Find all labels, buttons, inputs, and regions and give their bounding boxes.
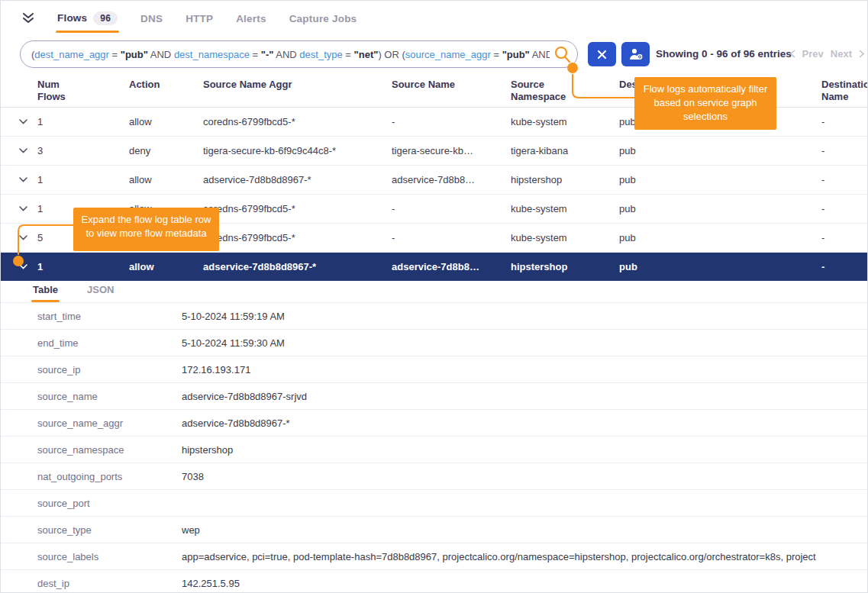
detail-table: start_time5-10-2024 11:59:19 AM end_time… bbox=[1, 303, 868, 593]
chevron-right-icon[interactable] bbox=[859, 50, 864, 58]
detail-value: hipstershop bbox=[182, 444, 868, 456]
cell-source-name: - bbox=[392, 116, 511, 127]
table-row[interactable]: 3 deny tigera-secure-kb-6f9c9c44c8-* tig… bbox=[1, 137, 868, 166]
flow-logs-panel: Flows 96 DNS HTTP Alerts Capture Jobs (d… bbox=[0, 0, 868, 593]
search-icon[interactable] bbox=[553, 45, 573, 65]
detail-row: source_labelsapp=adservice, pci=true, po… bbox=[1, 543, 868, 570]
col-source-name: Source Name bbox=[392, 79, 511, 91]
tab-alerts[interactable]: Alerts bbox=[234, 3, 267, 33]
callout-filter-tooltip: Flow logs automatically filter based on … bbox=[634, 77, 776, 130]
detail-key: source_namespace bbox=[37, 444, 182, 456]
tab-capture-jobs[interactable]: Capture Jobs bbox=[288, 3, 359, 33]
cell-action: deny bbox=[129, 145, 203, 156]
row-expand-chevron-icon[interactable] bbox=[1, 119, 37, 124]
results-count: Showing 0 - 96 of 96 entries bbox=[656, 48, 792, 60]
cell-action: allow bbox=[129, 174, 203, 185]
callout-expand-tooltip: Expand the flow log table row to view mo… bbox=[73, 208, 219, 251]
filter-query-text: (dest_name_aggr = "pub" AND dest_namespa… bbox=[31, 49, 550, 60]
user-settings-button[interactable] bbox=[621, 42, 650, 66]
cell-source-namespace: kube-system bbox=[511, 232, 619, 243]
cell-source-name: - bbox=[392, 232, 511, 243]
detail-key: source_name_aggr bbox=[37, 417, 182, 429]
col-source-name-aggr: Source Name Aggr bbox=[203, 79, 392, 91]
detail-key: dest_ip bbox=[37, 578, 182, 589]
cell-source-name-aggr: adservice-7d8b8d8967-* bbox=[203, 174, 392, 185]
cell-dest-name: - bbox=[821, 232, 868, 243]
detail-value: 142.251.5.95 bbox=[182, 578, 868, 589]
detail-value: adservice-7d8b8d8967-srjvd bbox=[182, 391, 868, 402]
pagination: Prev Next bbox=[790, 48, 864, 60]
double-chevron-down-icon[interactable] bbox=[21, 10, 36, 25]
cell-action: allow bbox=[129, 116, 203, 127]
tab-dns[interactable]: DNS bbox=[139, 3, 164, 33]
cell-source-name-aggr: adservice-7d8b8d8967-* bbox=[203, 261, 392, 272]
detail-tab-json[interactable]: JSON bbox=[86, 277, 115, 302]
cell-num-flows: 1 bbox=[37, 116, 129, 127]
table-row[interactable]: 1 allow adservice-7d8b8d8967-* adservice… bbox=[1, 166, 868, 195]
tab-flows-label: Flows bbox=[57, 12, 87, 24]
cell-source-namespace: tigera-kibana bbox=[511, 145, 619, 156]
detail-tab-table[interactable]: Table bbox=[31, 277, 60, 302]
row-expand-chevron-icon[interactable] bbox=[1, 235, 37, 240]
filter-query-input[interactable]: (dest_name_aggr = "pub" AND dest_namespa… bbox=[20, 40, 578, 68]
detail-value: app=adservice, pci=true, pod-template-ha… bbox=[182, 551, 868, 562]
prev-button[interactable]: Prev bbox=[802, 48, 824, 60]
detail-row: source_namespacehipstershop bbox=[1, 437, 868, 463]
row-expand-chevron-icon[interactable] bbox=[1, 206, 37, 211]
flows-count-badge: 96 bbox=[93, 11, 118, 25]
cell-source-namespace: kube-system bbox=[511, 116, 619, 127]
detail-value: wep bbox=[182, 524, 868, 536]
detail-key: end_time bbox=[37, 337, 182, 349]
cell-source-name: tigera-secure-kb… bbox=[392, 145, 511, 156]
detail-row: dest_ip142.251.5.95 bbox=[1, 570, 868, 593]
detail-key: source_port bbox=[37, 498, 182, 509]
cell-num-flows: 3 bbox=[37, 145, 129, 156]
cell-dest-name-aggr: pub bbox=[619, 203, 821, 214]
cell-dest-name: - bbox=[821, 116, 868, 127]
detail-row: source_port bbox=[1, 490, 868, 517]
cell-source-name: - bbox=[392, 203, 511, 214]
cell-source-name-aggr: tigera-secure-kb-6f9c9c44c8-* bbox=[203, 145, 392, 156]
cell-source-name-aggr: coredns-6799fbcd5-* bbox=[203, 232, 392, 243]
detail-key: source_type bbox=[37, 524, 182, 536]
detail-key: source_labels bbox=[37, 551, 182, 562]
detail-row: source_name_aggradservice-7d8b8d8967-* bbox=[1, 410, 868, 437]
detail-row: end_time5-10-2024 11:59:30 AM bbox=[1, 330, 868, 356]
cell-dest-name: - bbox=[821, 203, 868, 214]
detail-key: start_time bbox=[37, 311, 182, 322]
detail-value: adservice-7d8b8d8967-* bbox=[182, 417, 868, 429]
detail-value: 7038 bbox=[182, 471, 868, 482]
detail-row: source_typewep bbox=[1, 517, 868, 543]
close-icon bbox=[597, 50, 607, 60]
chevron-left-icon[interactable] bbox=[790, 50, 795, 58]
detail-row: start_time5-10-2024 11:59:19 AM bbox=[1, 303, 868, 330]
detail-value: 5-10-2024 11:59:30 AM bbox=[182, 337, 868, 349]
cell-source-namespace: hipstershop bbox=[511, 261, 619, 272]
next-button[interactable]: Next bbox=[831, 48, 852, 60]
tab-flows[interactable]: Flows 96 bbox=[56, 2, 119, 34]
cell-source-namespace: kube-system bbox=[511, 203, 619, 214]
cell-action: allow bbox=[129, 261, 203, 272]
row-expand-chevron-icon[interactable] bbox=[1, 148, 37, 153]
row-expand-chevron-icon[interactable] bbox=[1, 264, 37, 269]
detail-row: nat_outgoing_ports7038 bbox=[1, 463, 868, 490]
detail-row: source_nameadservice-7d8b8d8967-srjvd bbox=[1, 383, 868, 410]
clear-filter-button[interactable] bbox=[588, 42, 616, 66]
cell-source-name: adservice-7d8b8… bbox=[392, 174, 511, 185]
row-expand-chevron-icon[interactable] bbox=[1, 177, 37, 182]
detail-key: nat_outgoing_ports bbox=[37, 471, 182, 482]
cell-source-namespace: hipstershop bbox=[511, 174, 619, 185]
detail-row: source_ip172.16.193.171 bbox=[1, 356, 868, 383]
person-gear-icon bbox=[628, 47, 644, 61]
cell-source-name: adservice-7d8b8… bbox=[392, 261, 511, 272]
tab-http[interactable]: HTTP bbox=[184, 3, 215, 33]
cell-dest-name: - bbox=[821, 174, 868, 185]
flow-table-body: 1 allow coredns-6799fbcd5-* - kube-syste… bbox=[1, 108, 868, 281]
cell-num-flows: 1 bbox=[37, 261, 129, 272]
detail-value: 5-10-2024 11:59:19 AM bbox=[182, 311, 868, 322]
cell-dest-name-aggr: pub bbox=[619, 261, 821, 272]
cell-dest-name-aggr: pub bbox=[619, 174, 821, 185]
top-tab-bar: Flows 96 DNS HTTP Alerts Capture Jobs bbox=[1, 1, 867, 34]
cell-source-name-aggr: coredns-6799fbcd5-* bbox=[203, 116, 392, 127]
cell-dest-name-aggr: pub bbox=[619, 145, 821, 156]
